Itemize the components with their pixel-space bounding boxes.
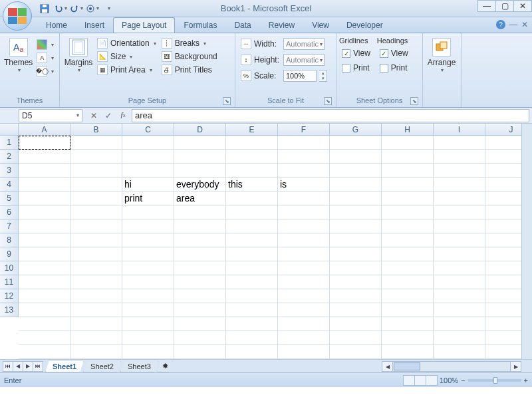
cell[interactable] — [174, 289, 226, 303]
cell[interactable] — [122, 261, 174, 275]
cell[interactable] — [19, 331, 70, 345]
cell[interactable] — [19, 345, 70, 359]
cell[interactable] — [226, 219, 278, 233]
cell[interactable] — [330, 289, 382, 303]
cell[interactable] — [382, 233, 434, 247]
insert-sheet-button[interactable]: ✸ — [158, 360, 173, 372]
cell[interactable] — [278, 136, 330, 150]
cell[interactable] — [226, 331, 278, 345]
vertical-scrollbar[interactable] — [521, 124, 532, 359]
cell[interactable] — [330, 178, 382, 192]
tab-review[interactable]: Review — [260, 17, 303, 33]
cell[interactable] — [434, 150, 485, 164]
ribbon-close[interactable]: ✕ — [521, 20, 528, 29]
zoom-in-button[interactable]: + — [524, 376, 528, 384]
cell[interactable] — [382, 289, 434, 303]
cell[interactable] — [19, 261, 70, 275]
cell[interactable] — [382, 205, 434, 219]
tab-page-layout[interactable]: Page Layout — [113, 17, 175, 33]
col-header[interactable]: D — [174, 124, 226, 135]
cell[interactable] — [278, 345, 330, 359]
formula-input[interactable]: area — [132, 109, 529, 122]
cell[interactable] — [434, 345, 485, 359]
cell[interactable] — [174, 303, 226, 317]
cell[interactable] — [434, 136, 485, 150]
enter-formula-button[interactable]: ✓ — [101, 109, 116, 122]
cell[interactable] — [70, 136, 122, 150]
cell[interactable] — [434, 178, 485, 192]
cell[interactable] — [382, 303, 434, 317]
cell[interactable] — [19, 178, 70, 192]
cell[interactable] — [19, 247, 70, 261]
cell[interactable] — [174, 317, 226, 331]
tab-developer[interactable]: Developer — [338, 17, 392, 33]
cell[interactable] — [19, 219, 70, 233]
cell[interactable] — [70, 205, 122, 219]
cell[interactable] — [174, 345, 226, 359]
cell[interactable] — [278, 164, 330, 178]
cell[interactable] — [434, 303, 485, 317]
cell[interactable] — [382, 150, 434, 164]
cell[interactable] — [434, 219, 485, 233]
cell[interactable] — [174, 261, 226, 275]
cell[interactable]: hi — [122, 178, 174, 192]
sheet-last-button[interactable]: ⏭ — [33, 361, 43, 372]
tab-insert[interactable]: Insert — [76, 17, 113, 33]
cell[interactable] — [278, 247, 330, 261]
cell[interactable] — [226, 289, 278, 303]
cell[interactable] — [278, 261, 330, 275]
cell[interactable] — [70, 317, 122, 331]
cell[interactable] — [226, 150, 278, 164]
quick-print-button[interactable]: ▾ — [85, 2, 100, 15]
cell[interactable] — [19, 317, 70, 331]
row-header[interactable]: 2 — [0, 150, 18, 164]
cell[interactable] — [278, 205, 330, 219]
zoom-level[interactable]: 100% — [440, 376, 458, 384]
breaks-button[interactable]: ┊Breaks▾ — [159, 37, 220, 50]
scale-spinner[interactable]: 100% — [283, 70, 317, 82]
undo-button[interactable]: ▾ — [53, 2, 68, 15]
cell[interactable] — [434, 261, 485, 275]
cell[interactable] — [434, 164, 485, 178]
zoom-slider-thumb[interactable] — [493, 377, 497, 384]
headings-print-check[interactable]: Print — [377, 62, 411, 74]
row-header[interactable]: 3 — [0, 164, 18, 178]
theme-effects-button[interactable]: �◯▾ — [34, 65, 57, 78]
cell[interactable] — [226, 303, 278, 317]
cell[interactable] — [174, 150, 226, 164]
cell[interactable] — [19, 150, 70, 164]
cell[interactable] — [174, 164, 226, 178]
cell[interactable] — [70, 303, 122, 317]
scroll-left-button[interactable]: ◀ — [382, 362, 393, 371]
cell[interactable] — [278, 289, 330, 303]
cell[interactable] — [382, 178, 434, 192]
cell[interactable] — [278, 303, 330, 317]
cell[interactable] — [434, 317, 485, 331]
col-header[interactable]: C — [122, 124, 174, 135]
cell[interactable] — [330, 219, 382, 233]
scale-dialog-launcher[interactable]: ⬊ — [324, 97, 332, 105]
cell[interactable] — [70, 192, 122, 205]
cell[interactable] — [226, 136, 278, 150]
cell[interactable] — [70, 150, 122, 164]
cell[interactable] — [330, 303, 382, 317]
redo-button[interactable]: ▾ — [69, 2, 84, 15]
cell[interactable] — [70, 164, 122, 178]
cell[interactable] — [19, 164, 70, 178]
cell[interactable] — [434, 205, 485, 219]
close-button[interactable]: ✕ — [513, 0, 532, 12]
page-layout-view-button[interactable] — [414, 375, 426, 386]
cell[interactable] — [19, 205, 70, 219]
cell[interactable]: this — [226, 178, 278, 192]
cell[interactable] — [174, 331, 226, 345]
row-header[interactable]: 8 — [0, 233, 18, 247]
col-header[interactable]: F — [278, 124, 330, 135]
normal-view-button[interactable] — [403, 375, 415, 386]
cell[interactable] — [122, 136, 174, 150]
width-combo[interactable]: Automatic▾ — [283, 38, 325, 50]
cell[interactable] — [70, 331, 122, 345]
cell[interactable] — [382, 275, 434, 289]
sheet-next-button[interactable]: ▶ — [23, 361, 33, 372]
col-header[interactable]: E — [226, 124, 278, 135]
row-header[interactable]: 12 — [0, 289, 18, 303]
